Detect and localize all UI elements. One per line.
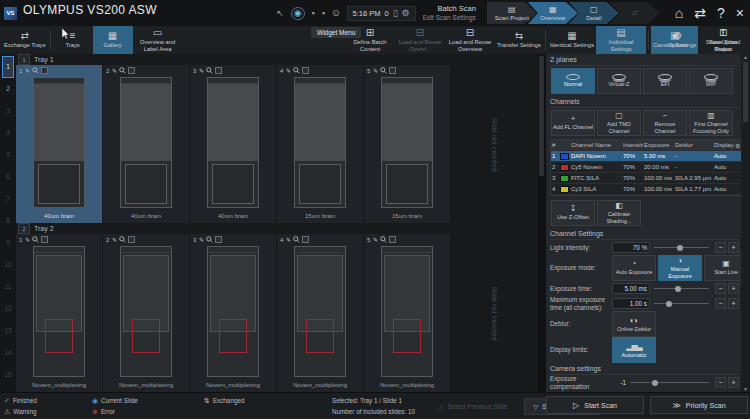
tray-position-12[interactable]: 12 bbox=[2, 298, 14, 320]
pointer-tool-icon[interactable]: ↖ bbox=[276, 9, 284, 18]
slide-slot[interactable]: 3 ✎ Novem_multiplexing bbox=[190, 234, 277, 392]
include-checkbox[interactable] bbox=[128, 67, 135, 74]
slide-slot[interactable]: 4 ✎ Novem_multiplexing bbox=[277, 234, 364, 392]
magnifier-icon[interactable] bbox=[32, 236, 39, 243]
home-icon[interactable]: ⌂ bbox=[675, 6, 683, 20]
include-checkbox[interactable] bbox=[389, 67, 396, 74]
magnifier-icon[interactable] bbox=[380, 67, 387, 74]
transfer-settings-button[interactable]: ⇆ Transfer Settings bbox=[495, 26, 543, 54]
tray-position-6[interactable]: 6 bbox=[2, 166, 14, 188]
increment-button[interactable]: + bbox=[728, 377, 739, 388]
overview-label-area-button[interactable]: ▭ Overview and Label Area bbox=[133, 26, 183, 54]
increment-button[interactable]: + bbox=[728, 298, 739, 309]
slide-glass[interactable] bbox=[120, 246, 172, 377]
calibrate-shading-button[interactable]: ◧ Calibrate Shading... bbox=[597, 200, 641, 226]
increment-button[interactable]: + bbox=[728, 283, 739, 294]
start-live-button[interactable]: ▣ Start Live bbox=[704, 255, 741, 281]
exchange-trays-button[interactable]: ⇄ Exchange Trays bbox=[2, 26, 48, 54]
slide-glass[interactable] bbox=[207, 77, 259, 208]
use-z-offset-button[interactable]: ↧ Use Z-Offset bbox=[551, 200, 595, 226]
slide-slot[interactable]: 2 ✎ 40um brain bbox=[103, 65, 190, 223]
define-batch-content-button[interactable]: ⊞ Define Batch Content bbox=[345, 26, 395, 54]
tray-position-2[interactable]: 2 bbox=[2, 78, 14, 100]
tray-position-14[interactable]: 14 bbox=[2, 342, 14, 364]
edit-name-icon[interactable]: ✎ bbox=[373, 237, 378, 243]
gear-icon[interactable]: ⚙ bbox=[402, 9, 410, 18]
slide-glass[interactable] bbox=[294, 77, 346, 208]
channel-row[interactable]: 3 FITC SILA 70% 100.00 ms SILA 2.95 μm A… bbox=[551, 173, 741, 184]
include-checkbox[interactable] bbox=[41, 67, 48, 74]
close-icon[interactable]: × bbox=[736, 6, 744, 20]
slide-slot[interactable]: 1 ✎ 40um brain bbox=[16, 65, 103, 223]
edit-name-icon[interactable]: ✎ bbox=[286, 237, 291, 243]
remove-channel-button[interactable]: − Remove Channel bbox=[643, 110, 687, 136]
trays-button[interactable]: ≡ Trays bbox=[53, 26, 93, 54]
tray-position-5[interactable]: 5 bbox=[2, 144, 14, 166]
edit-name-icon[interactable]: ✎ bbox=[25, 237, 30, 243]
scroll-up-icon[interactable]: ▲ bbox=[743, 55, 748, 60]
slide-slot[interactable]: 5 ✎ 15um brain bbox=[364, 65, 451, 223]
slide-glass[interactable] bbox=[381, 77, 433, 208]
switch-layout-icon[interactable]: ⇄ bbox=[694, 6, 706, 20]
load-reuse-overview-button[interactable]: ⊟ Load and Reuse Overview bbox=[445, 26, 495, 54]
gallery-button[interactable]: ▦ Gallery bbox=[93, 26, 133, 54]
magnifier-icon[interactable] bbox=[206, 236, 213, 243]
zplane-normal-button[interactable]: Normal bbox=[551, 68, 595, 94]
include-checkbox[interactable] bbox=[302, 67, 309, 74]
tray-position-4[interactable]: 4 bbox=[2, 122, 14, 144]
magnifier-icon[interactable] bbox=[293, 67, 300, 74]
slide-glass[interactable] bbox=[207, 246, 259, 377]
edit-name-icon[interactable]: ✎ bbox=[199, 237, 204, 243]
options-button[interactable]: ⚙ Options bbox=[658, 26, 698, 54]
magnifier-icon[interactable] bbox=[32, 67, 39, 74]
manual-exposure-button[interactable]: ◑ Manual Exposure bbox=[658, 255, 702, 281]
tray-position-3[interactable]: 3 bbox=[2, 100, 14, 122]
step-scan-project[interactable]: ▤ Scan Project bbox=[487, 2, 537, 24]
edit-name-icon[interactable]: ✎ bbox=[286, 68, 291, 74]
automatic-display-limits-button[interactable]: ▂▅▃ Automatic bbox=[612, 337, 656, 363]
edit-name-icon[interactable]: ✎ bbox=[112, 237, 117, 243]
edit-name-icon[interactable]: ✎ bbox=[112, 68, 117, 74]
tray-position-15[interactable]: 15 bbox=[2, 364, 14, 386]
magnifier-icon[interactable] bbox=[206, 67, 213, 74]
show-upload-status-button[interactable]: ↥ Show Upload Status bbox=[698, 26, 748, 54]
priority-scan-button[interactable]: ≫ Priority Scan bbox=[650, 396, 748, 414]
tray-scrollbar[interactable] bbox=[538, 54, 545, 393]
slide-slot[interactable]: 5 ✎ Novem_multiplexing bbox=[364, 234, 451, 392]
table-gear-icon[interactable]: ⚙ bbox=[734, 142, 741, 149]
include-checkbox[interactable] bbox=[128, 236, 135, 243]
tray-position-11[interactable]: 11 bbox=[2, 276, 14, 298]
start-scan-button[interactable]: ▷ Start Scan bbox=[546, 396, 644, 414]
exposure-time-value[interactable]: 5.00 ms bbox=[612, 283, 650, 294]
slide-slot[interactable]: 2 ✎ Novem_multiplexing bbox=[103, 234, 190, 392]
light-intensity-value[interactable]: 70 % bbox=[612, 242, 650, 253]
edit-name-icon[interactable]: ✎ bbox=[373, 68, 378, 74]
slide-glass[interactable] bbox=[33, 77, 85, 208]
decrement-button[interactable]: − bbox=[715, 242, 726, 253]
add-fl-channel-button[interactable]: + Add FL Channel bbox=[551, 110, 595, 136]
slide-slot[interactable]: 1 ✎ Novem_multiplexing bbox=[16, 234, 103, 392]
tray-position-13[interactable]: 13 bbox=[2, 320, 14, 342]
decrement-button[interactable]: − bbox=[715, 377, 726, 388]
include-checkbox[interactable] bbox=[41, 236, 48, 243]
magnifier-icon[interactable] bbox=[119, 236, 126, 243]
scroll-thumb[interactable] bbox=[743, 62, 748, 122]
tray-position-7[interactable]: 7 bbox=[2, 188, 14, 210]
tray-position-8[interactable]: 8 bbox=[2, 210, 14, 232]
magnifier-icon[interactable] bbox=[119, 67, 126, 74]
decrement-button[interactable]: − bbox=[715, 283, 726, 294]
zplane-efi-button[interactable]: EFI bbox=[643, 68, 687, 94]
magnifier-icon[interactable] bbox=[380, 236, 387, 243]
slide-slot[interactable]: 4 ✎ 15um brain bbox=[277, 65, 364, 223]
include-checkbox[interactable] bbox=[215, 236, 222, 243]
online-deblur-button[interactable]: ◖◗ Online Deblur bbox=[612, 311, 656, 337]
zplane-virtual-z-button[interactable]: Virtual-Z bbox=[597, 68, 641, 94]
individual-settings-button[interactable]: ▤ Individual Settings bbox=[596, 26, 646, 54]
edit-name-icon[interactable]: ✎ bbox=[199, 68, 204, 74]
channel-row[interactable]: 4 Cy3 SILA 70% 100.00 ms SILA 1.77 μm Au… bbox=[551, 184, 741, 195]
max-exposure-slider[interactable] bbox=[654, 299, 709, 309]
auto-exposure-button[interactable]: ◔ Auto Exposure bbox=[612, 255, 656, 281]
slide-glass[interactable] bbox=[294, 246, 346, 377]
exposure-compensation-slider[interactable] bbox=[630, 378, 709, 388]
tray-position-9[interactable]: 9 bbox=[2, 232, 14, 254]
